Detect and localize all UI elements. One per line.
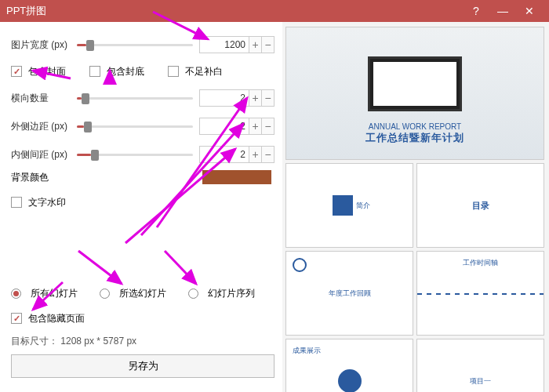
width-input[interactable]: 1200 (199, 36, 249, 53)
watermark-checkbox[interactable] (11, 197, 22, 208)
target-size: 目标尺寸： 1208 px * 5787 px (11, 335, 274, 348)
hcount-label: 横向数量 (11, 92, 71, 105)
width-label: 图片宽度 (px) (11, 38, 71, 52)
margin-label: 外侧边距 (px) (11, 120, 71, 133)
width-slider[interactable] (77, 38, 193, 51)
preview-panel: ANNUAL WORK REPORT工作总结暨新年计划 简介 目录 年度工作回顾… (282, 22, 549, 392)
preview-slide-6[interactable]: 成果展示 (285, 339, 413, 392)
hcount-input[interactable]: 2 (199, 89, 249, 107)
preview-slide-7[interactable]: 项目一 (416, 339, 544, 392)
hcount-plus[interactable]: + (249, 89, 262, 107)
title-bar: PPT拼图 ? — ✕ (0, 0, 549, 22)
margin-plus[interactable]: + (249, 118, 262, 135)
width-plus[interactable]: + (249, 36, 262, 53)
close-button[interactable]: ✕ (516, 5, 543, 17)
radio-all[interactable] (11, 289, 21, 299)
bgcolor-swatch[interactable] (202, 170, 271, 184)
watermark-label: 文字水印 (28, 196, 66, 209)
cover-checkbox[interactable] (11, 66, 22, 77)
preview-slide-3[interactable]: 目录 (416, 163, 544, 248)
gap-slider[interactable] (77, 148, 193, 161)
gap-input[interactable]: 2 (199, 146, 249, 163)
back-checkbox[interactable] (89, 66, 100, 77)
hidden-checkbox[interactable] (11, 313, 22, 324)
nopad-checkbox[interactable] (168, 66, 179, 77)
gap-plus[interactable]: + (249, 146, 262, 163)
hidden-label: 包含隐藏页面 (28, 312, 85, 325)
settings-panel: 图片宽度 (px) 1200 + − 包含封面 包含封底 不足补白 横向数量 2… (0, 22, 282, 392)
radio-sequence[interactable] (188, 289, 198, 299)
margin-slider[interactable] (77, 120, 193, 132)
preview-slide-2[interactable]: 简介 (285, 163, 413, 248)
bgcolor-label: 背景颜色 (11, 171, 49, 184)
save-as-button[interactable]: 另存为 (11, 354, 274, 378)
app-title: PPT拼图 (6, 4, 46, 18)
margin-input[interactable]: 2 (199, 118, 249, 135)
gap-minus[interactable]: − (262, 146, 274, 163)
minimize-button[interactable]: — (489, 5, 516, 17)
help-button[interactable]: ? (463, 5, 489, 17)
preview-slide-5[interactable]: 工作时间轴 (416, 251, 544, 336)
hcount-slider[interactable] (77, 92, 193, 104)
nopad-label: 不足补白 (185, 65, 223, 78)
width-minus[interactable]: − (262, 36, 274, 53)
margin-minus[interactable]: − (262, 118, 274, 135)
preview-slide-1[interactable]: ANNUAL WORK REPORT工作总结暨新年计划 (285, 27, 544, 160)
back-label: 包含封底 (107, 65, 144, 78)
radio-selected[interactable] (100, 289, 110, 299)
preview-slide-4[interactable]: 年度工作回顾 (285, 251, 413, 336)
cover-label: 包含封面 (28, 65, 66, 78)
gap-label: 内侧间距 (px) (11, 148, 71, 162)
hcount-minus[interactable]: − (262, 89, 274, 107)
